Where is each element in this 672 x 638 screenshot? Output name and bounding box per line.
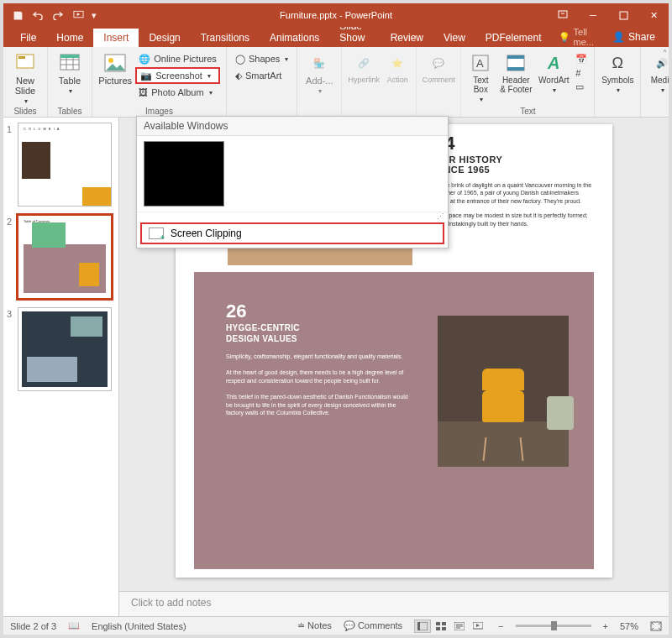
text-box-button[interactable]: AText Box▾ xyxy=(466,49,495,103)
save-icon[interactable] xyxy=(8,6,27,24)
window-thumbnail[interactable] xyxy=(144,141,224,207)
tab-animations[interactable]: Animations xyxy=(260,29,329,47)
svg-rect-15 xyxy=(417,622,420,630)
camera-icon: 📷 xyxy=(140,71,152,81)
symbols-button[interactable]: ΩSymbols▾ xyxy=(600,49,635,94)
tab-view[interactable]: View xyxy=(433,29,475,47)
close-button[interactable]: ✕ xyxy=(638,3,669,27)
zoom-out-button[interactable]: − xyxy=(498,621,503,631)
slide-number-icon[interactable]: # xyxy=(574,66,589,80)
tab-file[interactable]: File xyxy=(10,29,46,47)
tab-transitions[interactable]: Transitions xyxy=(191,29,260,47)
share-button[interactable]: 👤Share xyxy=(604,28,664,46)
group-label-links xyxy=(378,105,381,117)
new-slide-icon xyxy=(14,52,36,74)
notes-toggle[interactable]: ≐ Notes xyxy=(297,620,332,631)
thumbnail-2[interactable]: 2 Table of Contents xyxy=(7,215,115,299)
text-box-label: Text Box xyxy=(473,76,488,94)
section-24[interactable]: 24 OUR HISTORY SINCE 1965 At the brink o… xyxy=(434,133,594,227)
group-label-slides: Slides xyxy=(13,105,36,117)
new-slide-button[interactable]: New Slide ▾ xyxy=(8,49,42,105)
screenshot-button[interactable]: 📷Screenshot▾ xyxy=(135,67,220,84)
resize-handle-icon[interactable]: ⋰ xyxy=(137,212,448,221)
smartart-button[interactable]: ⬖SmartArt xyxy=(232,67,291,84)
table-button[interactable]: Table ▾ xyxy=(53,49,87,95)
photo-album-label: Photo Album xyxy=(151,87,203,97)
section-24-number: 24 xyxy=(434,133,594,154)
date-time-icon[interactable]: 📅 xyxy=(574,52,589,66)
notes-placeholder: Click to add notes xyxy=(131,597,211,609)
store-icon: 🏪 xyxy=(308,52,330,74)
pictures-button[interactable]: Pictures xyxy=(98,49,132,86)
section-26[interactable]: 26 HYGGE-CENTRIC DESIGN VALUES Simplicit… xyxy=(226,301,411,417)
media-button[interactable]: 🔊Media▾ xyxy=(646,49,672,94)
comment-button[interactable]: 💬Comment xyxy=(422,49,455,84)
zoom-in-button[interactable]: + xyxy=(603,621,608,631)
thumbnail-number: 3 xyxy=(7,307,15,319)
fit-to-window-button[interactable] xyxy=(650,621,662,631)
tab-pdfelement[interactable]: PDFelement xyxy=(475,29,552,47)
table-label: Table xyxy=(59,76,81,86)
start-from-beginning-icon[interactable] xyxy=(69,6,87,24)
shapes-button[interactable]: ◯Shapes▾ xyxy=(232,50,291,67)
reading-view-button[interactable] xyxy=(451,620,468,633)
wordart-button[interactable]: AWordArt▾ xyxy=(537,49,570,94)
chevron-down-icon: ▾ xyxy=(209,89,213,97)
wordart-icon: A xyxy=(543,52,564,74)
share-label: Share xyxy=(628,31,655,43)
tell-me-search[interactable]: 💡Tell me... xyxy=(552,27,601,47)
chevron-down-icon: ▾ xyxy=(69,87,72,95)
hyperlink-label: Hyperlink xyxy=(349,76,381,84)
group-label-text: Text xyxy=(520,105,535,117)
zoom-slider[interactable] xyxy=(516,625,591,627)
zoom-level[interactable]: 57% xyxy=(620,621,638,631)
thumbnail-3[interactable]: 3 xyxy=(7,307,115,391)
svg-rect-6 xyxy=(60,55,79,58)
normal-view-button[interactable] xyxy=(414,620,431,633)
screen-clipping-label: Screen Clipping xyxy=(171,227,242,239)
tab-home[interactable]: Home xyxy=(46,29,93,47)
language-indicator[interactable]: English (United States) xyxy=(92,621,186,631)
slide-sorter-button[interactable] xyxy=(433,620,449,633)
comments-toggle[interactable]: 💬 Comments xyxy=(344,620,402,631)
group-tables: Table ▾ Tables xyxy=(48,47,92,117)
tab-insert[interactable]: Insert xyxy=(93,29,139,47)
group-symbols: ΩSymbols▾ xyxy=(595,47,641,117)
maximize-button[interactable] xyxy=(608,3,638,27)
slide-counter[interactable]: Slide 2 of 3 xyxy=(10,621,56,631)
spell-check-icon[interactable]: 📖 xyxy=(68,620,80,631)
media-label: Media xyxy=(651,76,672,85)
thumbnail-1[interactable]: 1 C O L U M B I A xyxy=(7,123,115,207)
online-pictures-button[interactable]: 🌐Online Pictures xyxy=(135,50,220,67)
group-text: AText Box▾ Header & Footer AWordArt▾ 📅 #… xyxy=(461,47,595,117)
header-footer-button[interactable]: Header & Footer xyxy=(498,49,533,94)
notes-pane[interactable]: Click to add notes xyxy=(119,591,669,616)
photo-album-button[interactable]: 🖼Photo Album▾ xyxy=(135,84,220,101)
action-button[interactable]: ⭐Action xyxy=(384,49,411,84)
slide-thumbnails-pane[interactable]: 1 C O L U M B I A 2 Table of Contents 3 xyxy=(3,118,119,616)
minimize-button[interactable]: ─ xyxy=(578,3,608,27)
collapse-ribbon-icon[interactable]: ˄ xyxy=(663,49,667,58)
album-icon: 🖼 xyxy=(139,87,148,97)
chair-image[interactable] xyxy=(438,316,569,467)
thumbnail-preview[interactable]: Table of Contents xyxy=(18,215,112,299)
ribbon-options-icon[interactable] xyxy=(548,3,578,27)
thumbnail-number: 2 xyxy=(7,215,15,227)
redo-icon[interactable] xyxy=(49,6,67,24)
tab-design[interactable]: Design xyxy=(139,29,190,47)
slideshow-view-button[interactable] xyxy=(470,620,486,633)
object-icon[interactable]: ▭ xyxy=(574,80,589,94)
addins-button[interactable]: 🏪Add-...▾ xyxy=(302,49,336,95)
text-box-icon: A xyxy=(470,52,491,74)
thumbnail-preview[interactable]: C O L U M B I A xyxy=(18,123,112,207)
thumbnail-preview[interactable] xyxy=(18,307,112,391)
undo-icon[interactable] xyxy=(29,6,47,24)
group-comments: 💬Comment xyxy=(417,47,461,117)
online-pictures-label: Online Pictures xyxy=(154,54,217,64)
qat-customize-icon[interactable]: ▾ xyxy=(89,6,99,24)
tab-review[interactable]: Review xyxy=(381,29,433,47)
screen-clipping-item[interactable]: Screen Clipping xyxy=(140,222,444,244)
section-26-number: 26 xyxy=(226,301,411,322)
hyperlink-button[interactable]: 🔗Hyperlink xyxy=(347,49,381,84)
section-26-para2: At the heart of good design, there needs… xyxy=(226,369,411,384)
